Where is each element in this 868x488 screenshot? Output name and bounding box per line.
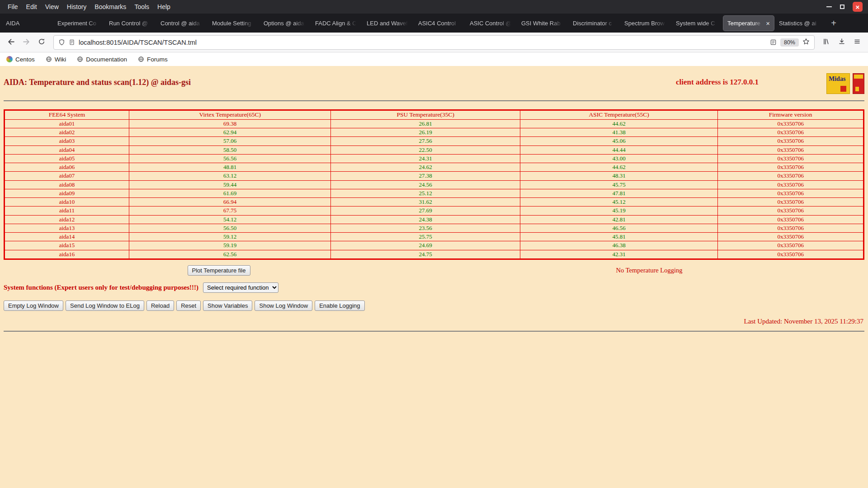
cell-system: aida01 <box>5 119 129 128</box>
cell-psu: 25.12 <box>331 189 520 197</box>
menu-item-view[interactable]: View <box>41 2 63 12</box>
plot-row: Plot Temperature file No Temperature Log… <box>4 265 864 276</box>
tab-control-aida[interactable]: Control @ aida <box>156 16 207 31</box>
menu-item-help[interactable]: Help <box>153 2 175 12</box>
button-empty-log-window[interactable]: Empty Log Window <box>4 300 63 311</box>
button-send-log-window-to-elog[interactable]: Send Log Window to ELog <box>66 300 144 311</box>
midas-logo-text: Midas <box>829 75 845 83</box>
tracking-protection-icon[interactable] <box>58 39 65 46</box>
last-updated: Last Updated: November 13, 2025 11:29:37 <box>4 318 864 325</box>
bookmark-item-forums[interactable]: Forums <box>138 56 168 63</box>
tab-label: Experiment Co <box>57 20 100 27</box>
tab-label: Run Control @ <box>109 20 151 27</box>
bookmark-item-wiki[interactable]: Wiki <box>46 56 66 63</box>
tab-system-wide-c[interactable]: System wide C <box>672 16 722 31</box>
cell-firmware: 0x3350706 <box>718 163 864 172</box>
tab-gsi-white-rab[interactable]: GSI White Rab <box>517 16 568 31</box>
page-content: AIDA: Temperature and status scan(1.12) … <box>0 66 868 488</box>
cell-virtex: 56.50 <box>129 224 331 232</box>
url-text[interactable]: localhost:8015/AIDA/TSCAN/TSCAN.tml <box>79 39 766 46</box>
menu-button[interactable] <box>850 35 864 50</box>
table-row-aida01: aida0169.3826.8144.620x3350706 <box>5 119 864 128</box>
button-show-log-window[interactable]: Show Log Window <box>255 300 312 311</box>
table-row-aida02: aida0262.9426.1941.380x3350706 <box>5 128 864 137</box>
menu-item-tools[interactable]: Tools <box>130 2 153 12</box>
bookmark-item-centos[interactable]: Centos <box>6 56 35 63</box>
new-tab-button[interactable]: + <box>827 16 840 30</box>
globe-icon <box>77 56 83 62</box>
tab-label: Options @ aida <box>264 20 306 27</box>
menu-item-history[interactable]: History <box>63 2 91 12</box>
gsi-logo <box>853 73 864 94</box>
button-reload[interactable]: Reload <box>146 300 174 311</box>
url-bar[interactable]: localhost:8015/AIDA/TSCAN/TSCAN.tml 80% <box>53 35 815 50</box>
cell-firmware: 0x3350706 <box>718 206 864 215</box>
reload-icon <box>38 38 45 47</box>
navigation-toolbar: localhost:8015/AIDA/TSCAN/TSCAN.tml 80% <box>0 33 868 52</box>
midas-logo-block <box>840 86 846 92</box>
button-enable-logging[interactable]: Enable Logging <box>315 300 364 311</box>
close-button[interactable]: × <box>853 2 863 12</box>
menu-item-edit[interactable]: Edit <box>22 2 41 12</box>
bookmark-item-documentation[interactable]: Documentation <box>77 56 127 63</box>
page-icon[interactable] <box>69 39 75 46</box>
cell-asic: 45.81 <box>520 233 718 241</box>
tab-run-control[interactable]: Run Control @ <box>105 16 156 31</box>
cell-asic: 45.06 <box>520 137 718 145</box>
plot-button-cell: Plot Temperature file <box>4 265 434 276</box>
tab-module-setting[interactable]: Module Setting <box>208 16 259 31</box>
download-icon <box>838 38 845 47</box>
tab-options-aida[interactable]: Options @ aida <box>259 16 310 31</box>
button-show-variables[interactable]: Show Variables <box>203 300 252 311</box>
downloads-button[interactable] <box>835 35 849 50</box>
library-icon <box>823 38 830 47</box>
cell-asic: 44.44 <box>520 145 718 154</box>
tab-temperature[interactable]: Temperature× <box>723 16 774 31</box>
reader-mode-icon[interactable] <box>770 39 777 46</box>
tab-led-and-wavef[interactable]: LED and Wavef <box>363 16 413 31</box>
tab-experiment-co[interactable]: Experiment Co <box>53 16 104 31</box>
zoom-indicator[interactable]: 80% <box>780 38 799 47</box>
button-reset[interactable]: Reset <box>176 300 201 311</box>
cell-firmware: 0x3350706 <box>718 189 864 197</box>
cell-virtex: 62.94 <box>129 128 331 137</box>
tab-asic4-control[interactable]: ASIC4 Control <box>414 16 465 31</box>
cell-asic: 47.81 <box>520 189 718 197</box>
back-button[interactable] <box>4 35 18 50</box>
system-functions-row: System functions (Expert users only for … <box>4 282 864 293</box>
cell-asic: 44.62 <box>520 163 718 172</box>
menu-item-bookmarks[interactable]: Bookmarks <box>90 2 130 12</box>
library-button[interactable] <box>819 35 834 50</box>
tab-label: ASIC Control @ <box>470 20 512 27</box>
cell-virtex: 59.44 <box>129 180 331 189</box>
tab-statistics-ai[interactable]: Statistics @ ai <box>775 16 826 31</box>
logos: Midas <box>826 73 864 94</box>
menu-item-file[interactable]: File <box>4 2 22 12</box>
cell-system: aida13 <box>5 224 129 232</box>
tab-asic-control[interactable]: ASIC Control @ <box>466 16 516 31</box>
cell-virtex: 54.12 <box>129 215 331 224</box>
tab-aida[interactable]: AIDA <box>2 16 52 31</box>
cell-psu: 31.62 <box>331 198 520 206</box>
cell-virtex: 59.12 <box>129 233 331 241</box>
tab-discriminator-c[interactable]: Discriminator c <box>569 16 619 31</box>
close-tab-icon[interactable]: × <box>766 20 770 27</box>
cell-psu: 25.75 <box>331 233 520 241</box>
cell-system: aida04 <box>5 145 129 154</box>
tab-spectrum-brow[interactable]: Spectrum Brow <box>620 16 671 31</box>
plot-temperature-button[interactable]: Plot Temperature file <box>188 265 250 276</box>
tab-label: GSI White Rab <box>521 20 564 27</box>
function-select[interactable]: Select required function <box>203 282 278 293</box>
forward-icon <box>23 38 30 47</box>
reload-button[interactable] <box>34 35 49 50</box>
table-row-aida16: aida1662.5624.7542.310x3350706 <box>5 250 864 259</box>
minimize-button[interactable] <box>826 6 832 7</box>
forward-button[interactable] <box>19 35 33 50</box>
cell-virtex: 57.06 <box>129 137 331 145</box>
cell-firmware: 0x3350706 <box>718 198 864 206</box>
page-header: AIDA: Temperature and status scan(1.12) … <box>4 66 864 94</box>
tab-fadc-align-c[interactable]: FADC Align & C <box>311 16 362 31</box>
bookmark-star-button[interactable] <box>802 38 810 47</box>
cell-psu: 24.69 <box>331 241 520 250</box>
maximize-button[interactable] <box>840 5 844 9</box>
